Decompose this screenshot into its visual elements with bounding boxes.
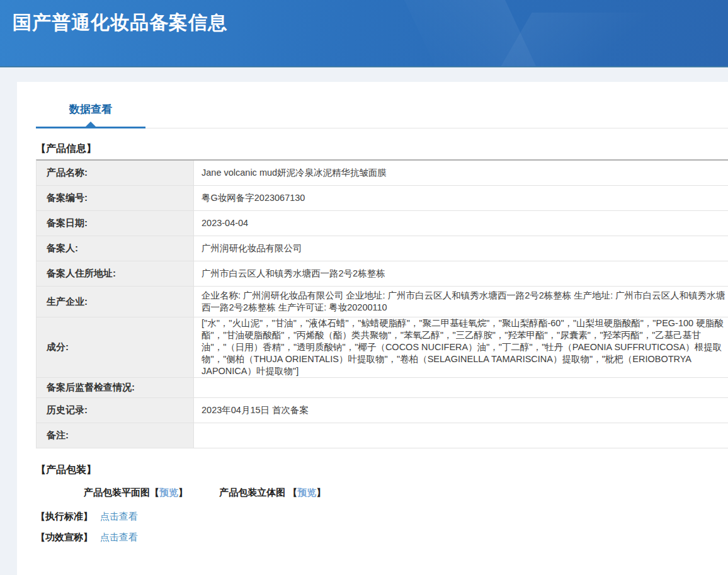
bracket-open: 【 [288,487,297,498]
row-label: 备案日期: [37,211,194,236]
exec-standard-label: 【执行标准】 [36,511,93,523]
exec-standard-row: 【执行标准】 点击查看 [36,511,728,523]
row-label: 生产企业: [37,287,194,317]
package-flat-image-preview-link[interactable]: 预览 [159,487,178,498]
row-label: 产品名称: [37,161,194,185]
section-title-product-package: 【产品包装】 [36,464,728,477]
table-row: 备案后监督检查情况: [37,378,728,398]
table-row: 备注: [37,423,728,448]
exec-standard-view-link[interactable]: 点击查看 [100,511,138,523]
row-value: Jane volcanic mud妍泥冷泉冰泥精华抗皱面膜 [194,161,728,185]
page: 国产普通化妆品备案信息 数据查看 【产品信息】 产品名称: Jane volca… [0,0,728,575]
table-row: 备案编号: 粤G妆网备字2023067130 [37,186,728,211]
tab-active-indicator-icon [86,122,96,127]
product-info-table: 产品名称: Jane volcanic mud妍泥冷泉冰泥精华抗皱面膜 备案编号… [36,159,728,448]
tab-data-view-label: 数据查看 [69,103,112,115]
header-banner: 国产普通化妆品备案信息 [0,0,728,67]
row-label: 历史记录: [37,398,194,423]
row-value [194,378,728,397]
efficacy-claim-label: 【功效宣称】 [36,532,93,544]
table-row: 生产企业: 企业名称: 广州润研化妆品有限公司 企业地址: 广州市白云区人和镇秀… [37,287,728,317]
row-label: 备案编号: [37,186,194,210]
bracket-close: 】 [316,487,326,498]
package-flat-image-item: 产品包装平面图【预览】 [84,487,188,499]
bracket-open: 【 [150,487,159,498]
package-3d-image-preview-link[interactable]: 预览 [297,487,316,498]
efficacy-claim-row: 【功效宣称】 点击查看 [36,532,728,544]
table-row: 历史记录: 2023年04月15日 首次备案 [37,398,728,423]
package-flat-image-label: 产品包装平面图 [84,487,150,498]
tab-bar: 数据查看 [17,82,728,128]
row-label: 成分: [37,317,194,377]
package-3d-image-item: 产品包装立体图 【预览】 [219,487,326,499]
bracket-close: 】 [178,487,188,498]
table-row: 备案人: 广州润研化妆品有限公司 [37,236,728,261]
row-label: 备案人住所地址: [37,261,194,286]
row-value: ["水"，"火山泥"，"甘油"，"液体石蜡"，"鲸蜡硬脂醇"，"聚二甲基硅氧烷"… [194,317,728,377]
table-row: 备案人住所地址: 广州市白云区人和镇秀水塘西一路2号2栋整栋 [37,261,728,287]
card-inner: 【产品信息】 产品名称: Jane volcanic mud妍泥冷泉冰泥精华抗皱… [17,142,728,544]
efficacy-claim-view-link[interactable]: 点击查看 [100,532,138,544]
table-row: 产品名称: Jane volcanic mud妍泥冷泉冰泥精华抗皱面膜 [37,161,728,186]
content-card: 数据查看 【产品信息】 产品名称: Jane volcanic mud妍泥冷泉冰… [17,82,728,575]
row-label: 备案后监督检查情况: [37,378,194,397]
row-value [194,423,728,448]
tab-data-view[interactable]: 数据查看 [36,102,145,128]
row-value: 企业名称: 广州润研化妆品有限公司 企业地址: 广州市白云区人和镇秀水塘西一路2… [194,287,728,317]
row-value: 广州市白云区人和镇秀水塘西一路2号2栋整栋 [194,261,728,286]
table-row: 备案日期: 2023-04-04 [37,211,728,236]
section-title-product-info: 【产品信息】 [36,142,728,156]
row-label: 备案人: [37,236,194,261]
table-row: 成分: ["水"，"火山泥"，"甘油"，"液体石蜡"，"鲸蜡硬脂醇"，"聚二甲基… [37,317,728,378]
package-row: 产品包装平面图【预览】 产品包装立体图 【预览】 [84,487,728,499]
package-3d-image-label: 产品包装立体图 [219,487,288,498]
row-value: 广州润研化妆品有限公司 [194,236,728,261]
row-label: 备注: [37,423,194,448]
row-value: 2023年04月15日 首次备案 [194,398,728,423]
row-value: 粤G妆网备字2023067130 [194,186,728,210]
row-value: 2023-04-04 [194,211,728,236]
